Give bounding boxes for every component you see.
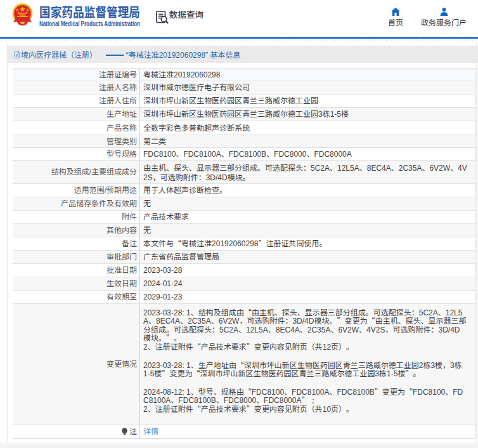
svg-text:National Medical Products Admi: National Medical Products Administration xyxy=(39,20,140,27)
svg-text:国家药品监督管理局: 国家药品监督管理局 xyxy=(39,6,140,20)
